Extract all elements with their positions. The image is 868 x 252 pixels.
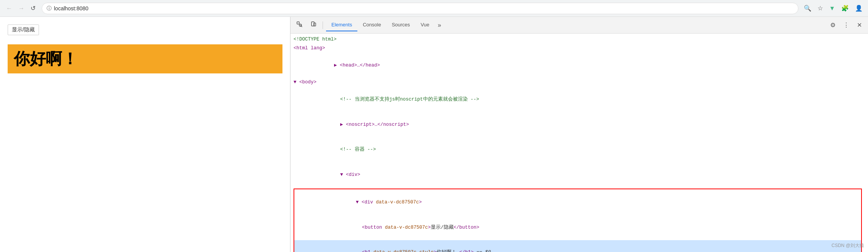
devtools-toolbar: Elements Console Sources Vue » ⚙ ⋮ ✕ bbox=[290, 17, 868, 34]
main-area: 显示/隐藏 你好啊！ bbox=[0, 17, 868, 252]
browser-toolbar: ← → ↺ ⓘ localhost:8080 🔍 ☆ ▼ 🧩 👤 bbox=[0, 0, 868, 17]
div-inner-open: ▼ <div bbox=[356, 200, 376, 205]
comment2-text: <!-- 容器 --> bbox=[340, 147, 376, 152]
devtools-panel: Elements Console Sources Vue » ⚙ ⋮ ✕ <!D… bbox=[290, 17, 868, 252]
doctype-text: <!DOCTYPE html> bbox=[294, 36, 337, 44]
address-bar[interactable]: ⓘ localhost:8080 bbox=[42, 3, 798, 14]
devtools-panel-wrapper: Elements Console Sources Vue » ⚙ ⋮ ✕ <!D… bbox=[290, 17, 868, 252]
reload-button[interactable]: ↺ bbox=[28, 3, 38, 13]
close-devtools-button[interactable]: ✕ bbox=[854, 20, 865, 30]
div-outer-open: ▼ <div> bbox=[340, 172, 360, 177]
page-content: 显示/隐藏 你好啊！ bbox=[0, 17, 290, 252]
button-text: 显示/隐藏 bbox=[431, 225, 454, 230]
h1-open-tag: <h1 bbox=[362, 250, 373, 252]
head-collapsed: ▶ <head>…</head> bbox=[334, 63, 380, 68]
dom-div-inner-line[interactable]: ▼ <div data-v-dc87507c> bbox=[294, 190, 861, 215]
svg-rect-3 bbox=[314, 23, 316, 26]
dom-button-line[interactable]: <button data-v-dc87507c>显示/隐藏</button> bbox=[294, 215, 861, 240]
tab-console[interactable]: Console bbox=[357, 19, 386, 31]
tab-vue[interactable]: Vue bbox=[415, 19, 435, 31]
vuejs-devtools-button[interactable]: ▼ bbox=[827, 3, 837, 13]
dom-div-outer-line[interactable]: ▼ <div> bbox=[290, 163, 868, 188]
dom-comment1-line[interactable]: <!-- 当浏览器不支持js时noscript中的元素就会被渲染 --> bbox=[290, 87, 868, 112]
dom-body-line[interactable]: ▼ <body> bbox=[290, 78, 868, 87]
zoom-button[interactable]: 🔍 bbox=[802, 3, 813, 13]
html-open-tag: <html lang> bbox=[294, 44, 325, 52]
dom-h1-line[interactable]: <h1 data-v-dc87507c style>你好啊！ </h1> == … bbox=[294, 240, 861, 252]
page-heading: 你好啊！ bbox=[8, 44, 282, 73]
equals-marker: == $0 bbox=[474, 250, 491, 252]
dom-doctype-line[interactable]: <!DOCTYPE html> bbox=[290, 35, 868, 44]
forward-button[interactable]: → bbox=[16, 3, 27, 13]
button-open-tag: <button bbox=[362, 225, 385, 230]
profile-button[interactable]: 👤 bbox=[853, 3, 864, 13]
dom-comment2-line[interactable]: <!-- 容器 --> bbox=[290, 137, 868, 163]
dom-noscript-line[interactable]: ▶ <noscript>…</noscript> bbox=[290, 112, 868, 137]
toggle-button[interactable]: 显示/隐藏 bbox=[8, 24, 39, 35]
device-toolbar-button[interactable] bbox=[307, 20, 320, 31]
body-open-tag: ▼ <body> bbox=[294, 78, 316, 86]
noscript-collapsed: ▶ <noscript>…</noscript> bbox=[340, 122, 409, 127]
h1-text: 你好啊！ bbox=[436, 250, 459, 252]
red-highlight-box: ▼ <div data-v-dc87507c> <button data-v-d… bbox=[294, 189, 862, 252]
devtools-tabs: Elements Console Sources Vue » bbox=[326, 19, 826, 31]
tab-sources[interactable]: Sources bbox=[386, 19, 415, 31]
extensions-button[interactable]: 🧩 bbox=[840, 3, 850, 13]
toolbar-separator bbox=[323, 21, 323, 29]
comment1-text: <!-- 当浏览器不支持js时noscript中的元素就会被渲染 --> bbox=[340, 97, 479, 102]
dom-head-line[interactable]: ▶ <head>…</head> bbox=[290, 53, 868, 78]
back-button[interactable]: ← bbox=[4, 3, 15, 13]
inspect-element-button[interactable] bbox=[294, 20, 306, 31]
svg-rect-0 bbox=[297, 22, 299, 24]
more-options-button[interactable]: ⋮ bbox=[840, 20, 852, 30]
dom-html-line[interactable]: <html lang> bbox=[290, 44, 868, 53]
settings-button[interactable]: ⚙ bbox=[827, 20, 839, 30]
csdn-watermark: CSDN @刘大猿 bbox=[831, 242, 864, 249]
lock-icon: ⓘ bbox=[47, 5, 52, 12]
devtools-right-actions: ⚙ ⋮ ✕ bbox=[827, 20, 865, 30]
browser-actions: 🔍 ☆ ▼ 🧩 👤 bbox=[802, 3, 864, 13]
bookmark-star-button[interactable]: ☆ bbox=[816, 3, 824, 13]
devtools-content: <!DOCTYPE html> <html lang> ▶ <head>…</h… bbox=[290, 34, 868, 252]
url-text: localhost:8080 bbox=[54, 5, 88, 11]
more-tabs-button[interactable]: » bbox=[435, 20, 444, 30]
nav-buttons: ← → ↺ bbox=[4, 3, 38, 13]
tab-elements[interactable]: Elements bbox=[326, 19, 357, 31]
